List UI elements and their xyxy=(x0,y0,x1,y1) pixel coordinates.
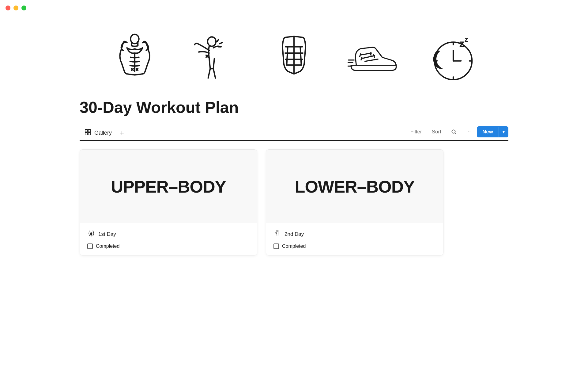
cards-grid: UPPER–BODY 1st Day xyxy=(80,149,508,255)
svg-rect-34 xyxy=(85,129,88,132)
upper-body-card[interactable]: UPPER–BODY 1st Day xyxy=(80,149,257,255)
filter-button[interactable]: Filter xyxy=(407,126,426,137)
svg-point-1 xyxy=(130,34,139,44)
svg-text:Z: Z xyxy=(465,37,468,43)
completed-checkbox-1[interactable] xyxy=(87,243,93,249)
search-icon xyxy=(451,129,457,135)
main-content: Z Z 30-Day Workout Plan xyxy=(0,0,588,255)
card-day-row-2: 2nd Day xyxy=(273,229,436,239)
search-button[interactable] xyxy=(447,127,460,137)
day-icon-1 xyxy=(87,229,95,239)
lower-body-card[interactable]: LOWER–BODY xyxy=(266,149,443,255)
card-image-lower-body: LOWER–BODY xyxy=(266,150,443,223)
card-checkbox-row-2: Completed xyxy=(273,243,436,249)
svg-point-43 xyxy=(277,230,278,232)
completed-label-2: Completed xyxy=(282,243,306,249)
close-button[interactable] xyxy=(6,6,10,10)
completed-checkbox-2[interactable] xyxy=(273,243,279,249)
add-view-button[interactable]: + xyxy=(117,127,127,139)
svg-line-17 xyxy=(287,47,288,65)
toolbar-right: Filter Sort ··· New ▾ xyxy=(407,126,508,140)
svg-line-44 xyxy=(275,233,276,233)
new-dropdown-button[interactable]: ▾ xyxy=(499,127,508,137)
sleep-timer-icon: Z Z xyxy=(423,28,484,89)
running-shoe-icon xyxy=(343,28,404,89)
svg-line-18 xyxy=(300,47,301,65)
day-icon-2 xyxy=(273,229,281,239)
card-day-label-1: 1st Day xyxy=(98,231,116,237)
card-day-label-2: 2nd Day xyxy=(285,231,304,237)
shoulder-stretch-icon xyxy=(184,28,245,89)
svg-line-20 xyxy=(363,56,375,59)
page-title: 30-Day Workout Plan xyxy=(80,95,508,126)
svg-line-39 xyxy=(455,133,456,134)
titlebar xyxy=(0,0,588,16)
card-body-lower-body: 2nd Day Completed xyxy=(266,223,443,255)
minimize-button[interactable] xyxy=(13,6,18,10)
card-checkbox-row-1: Completed xyxy=(87,243,250,249)
svg-point-38 xyxy=(452,130,455,133)
icons-row: Z Z xyxy=(80,18,508,95)
completed-label-1: Completed xyxy=(96,243,119,249)
svg-line-8 xyxy=(220,43,222,44)
gallery-tab-label: Gallery xyxy=(94,130,112,136)
svg-line-21 xyxy=(365,59,378,61)
svg-point-6 xyxy=(208,37,216,46)
svg-line-7 xyxy=(217,40,219,42)
gallery-icon xyxy=(85,129,91,137)
abs-icon xyxy=(263,28,325,89)
maximize-button[interactable] xyxy=(21,6,26,10)
toolbar: Gallery + Filter Sort ··· New ▾ xyxy=(80,126,508,141)
svg-line-46 xyxy=(275,232,276,232)
svg-rect-36 xyxy=(85,132,88,135)
upper-body-muscles-icon xyxy=(104,28,165,89)
card-image-label: UPPER–BODY xyxy=(111,177,226,197)
new-button-group: New ▾ xyxy=(477,126,508,137)
card-body-upper-body: 1st Day Completed xyxy=(80,223,257,255)
svg-rect-35 xyxy=(88,129,91,132)
svg-rect-37 xyxy=(88,132,91,135)
svg-line-45 xyxy=(274,234,276,234)
new-button[interactable]: New xyxy=(477,126,499,137)
card-day-row-1: 1st Day xyxy=(87,229,250,239)
card-image-upper-body: UPPER–BODY xyxy=(80,150,257,223)
more-button[interactable]: ··· xyxy=(463,126,474,137)
svg-text:Z: Z xyxy=(459,40,464,48)
card-image-label-2: LOWER–BODY xyxy=(295,177,414,197)
sort-button[interactable]: Sort xyxy=(428,126,445,137)
gallery-tab[interactable]: Gallery xyxy=(80,126,117,140)
